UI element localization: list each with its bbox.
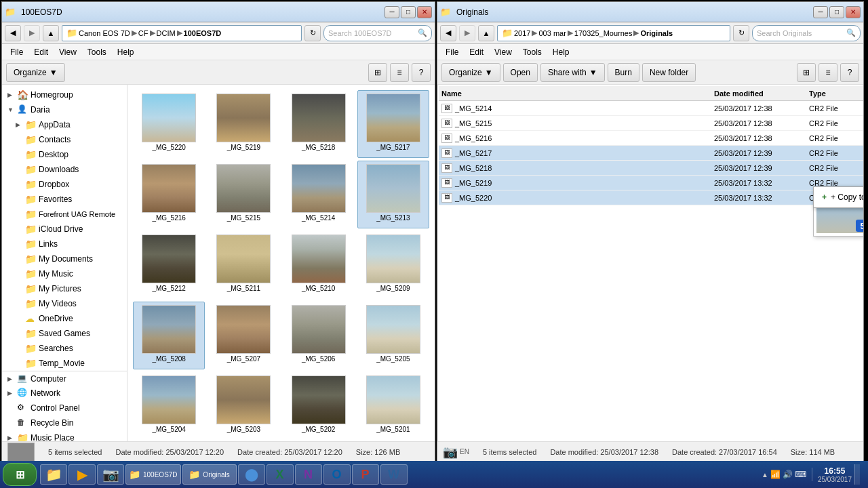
list-row[interactable]: 🖼 _MG_5214 25/03/2017 12:38 CR2 File <box>439 101 863 116</box>
taskbar-excel-btn[interactable]: X <box>267 464 294 485</box>
file-item[interactable]: _MG_5210 <box>283 231 355 299</box>
help-button[interactable]: ? <box>412 63 431 82</box>
start-button[interactable]: ⊞ <box>3 463 37 486</box>
nav-mypictures[interactable]: 📁 My Pictures <box>2 281 127 296</box>
nav-daria[interactable]: ▼ 👤 Daria <box>2 102 127 117</box>
refresh-button[interactable]: ↻ <box>304 25 321 41</box>
right-forward-button[interactable]: ▶ <box>459 25 475 41</box>
nav-desktop[interactable]: 📁 Desktop <box>2 147 127 162</box>
left-address-field[interactable]: 📁 Canon EOS 7D ▶ CF ▶ DCIM ▶ 100EOS7D <box>62 25 302 41</box>
file-item[interactable]: _MG_5215 <box>208 161 279 228</box>
right-help-button[interactable]: ? <box>840 63 859 82</box>
file-item[interactable]: _MG_5214 <box>283 161 355 228</box>
taskbar-chrome-btn[interactable]: ⬤ <box>238 464 265 485</box>
right-menu-tools[interactable]: Tools <box>517 46 547 58</box>
nav-controlpanel[interactable]: ⚙ Control Panel <box>2 401 127 415</box>
nav-dropbox[interactable]: 📁 Dropbox <box>2 177 127 192</box>
maximize-button[interactable]: □ <box>401 6 416 18</box>
back-button[interactable]: ◀ <box>5 25 21 41</box>
file-item[interactable]: _MG_5213 <box>357 161 429 228</box>
right-view-toggle-button[interactable]: ≡ <box>818 63 837 82</box>
open-button[interactable]: Open <box>503 63 538 82</box>
up-button[interactable]: ▲ <box>43 25 59 41</box>
right-maximize-button[interactable]: □ <box>829 6 844 18</box>
taskbar-explorer-left-btn[interactable]: 📁 100EOS7D <box>125 464 181 485</box>
list-row[interactable]: 🖼 _MG_5215 25/03/2017 12:38 CR2 File <box>439 116 863 131</box>
right-close-button[interactable]: ✕ <box>846 6 861 18</box>
file-item[interactable]: _MG_5204 <box>133 372 205 440</box>
file-item[interactable]: _MG_5216 <box>133 161 205 228</box>
file-item[interactable]: _MG_5203 <box>208 372 279 440</box>
taskbar-explorer-btn[interactable]: 📁 <box>40 464 67 485</box>
col-date-header[interactable]: Date modified <box>714 89 809 98</box>
right-search-box[interactable]: Search Originals 🔍 <box>752 25 861 41</box>
file-item[interactable]: _MG_5206 <box>283 302 355 369</box>
nav-computer[interactable]: ▶ 💻 Computer <box>2 371 127 386</box>
file-item[interactable]: _MG_5212 <box>133 231 205 299</box>
file-item[interactable]: _MG_5205 <box>357 302 429 369</box>
nav-network[interactable]: ▶ 🌐 Network <box>2 386 127 401</box>
nav-mymusic[interactable]: 📁 My Music <box>2 266 127 281</box>
right-minimize-button[interactable]: ─ <box>813 6 828 18</box>
file-item[interactable]: _MG_5207 <box>208 302 279 369</box>
list-row[interactable]: 🖼 _MG_5219 25/03/2017 13:32 CR2 File <box>439 176 863 190</box>
taskbar-camera-btn[interactable]: 📷 <box>97 464 124 485</box>
file-item[interactable]: _MG_5201 <box>357 372 429 440</box>
new-folder-button[interactable]: New folder <box>642 63 696 82</box>
right-menu-help[interactable]: Help <box>547 46 575 58</box>
taskbar-onenote-btn[interactable]: N <box>295 464 322 485</box>
file-item[interactable]: _MG_5211 <box>208 231 279 299</box>
burn-button[interactable]: Burn <box>608 63 639 82</box>
nav-forefront[interactable]: 📁 Forefront UAG Remote <box>2 207 127 222</box>
menu-file[interactable]: File <box>5 46 28 58</box>
nav-favorites[interactable]: 📁 Favorites <box>2 192 127 207</box>
file-item[interactable]: _MG_5209 <box>357 231 429 299</box>
right-menu-file[interactable]: File <box>440 46 464 58</box>
taskbar-powerpoint-btn[interactable]: P <box>352 464 379 485</box>
file-item[interactable]: _MG_5202 <box>283 372 355 440</box>
minimize-button[interactable]: ─ <box>384 6 399 18</box>
copy-to-originals-menu-item[interactable]: + + Copy to Originals <box>814 190 863 205</box>
taskbar-explorer-right-btn[interactable]: 📁 Originals <box>182 464 237 485</box>
organize-button[interactable]: Organize ▼ <box>6 63 65 82</box>
system-clock[interactable]: 16:55 25/03/2017 <box>818 466 852 483</box>
menu-edit[interactable]: Edit <box>28 46 54 58</box>
menu-help[interactable]: Help <box>112 46 140 58</box>
menu-tools[interactable]: Tools <box>82 46 112 58</box>
nav-downloads[interactable]: 📁 Downloads <box>2 162 127 177</box>
show-desktop-button[interactable] <box>854 464 860 485</box>
right-organize-button[interactable]: Organize ▼ <box>441 63 500 82</box>
nav-appdata[interactable]: ▶ 📁 AppData <box>2 117 127 132</box>
forward-button[interactable]: ▶ <box>24 25 40 41</box>
up-arrow-icon[interactable]: ▲ <box>762 471 768 479</box>
col-name-header[interactable]: Name <box>441 89 714 98</box>
right-view-options-button[interactable]: ⊞ <box>797 63 816 82</box>
right-up-button[interactable]: ▲ <box>478 25 494 41</box>
nav-icloud[interactable]: 📁 iCloud Drive <box>2 222 127 237</box>
file-item[interactable]: _MG_5218 <box>283 90 355 158</box>
view-options-button[interactable]: ⊞ <box>368 63 387 82</box>
nav-musicplace[interactable]: ▶ 📁 Music Place <box>2 430 127 441</box>
list-row[interactable]: 🖼 _MG_5216 25/03/2017 12:38 CR2 File <box>439 131 863 146</box>
tray-icon-2[interactable]: 🔊 <box>783 470 793 479</box>
file-item[interactable]: _MG_5217 <box>357 90 429 158</box>
share-with-button[interactable]: Share with ▼ <box>540 63 605 82</box>
tray-icon-1[interactable]: 📶 <box>770 470 781 479</box>
nav-recyclebin[interactable]: 🗑 Recycle Bin <box>2 415 127 430</box>
right-menu-edit[interactable]: Edit <box>464 46 489 58</box>
list-row[interactable]: 🖼 _MG_5220 25/03/2017 13:32 CR2 File <box>439 190 863 205</box>
right-back-button[interactable]: ◀ <box>440 25 456 41</box>
nav-links[interactable]: 📁 Links <box>2 237 127 251</box>
taskbar-outlook-btn[interactable]: O <box>323 464 351 485</box>
left-search-box[interactable]: Search 100EOS7D 🔍 <box>323 25 432 41</box>
nav-tempmovie[interactable]: 📁 Temp_Movie <box>2 356 127 371</box>
right-refresh-button[interactable]: ↻ <box>733 25 749 41</box>
nav-savedgames[interactable]: 📁 Saved Games <box>2 326 127 341</box>
close-button[interactable]: ✕ <box>417 6 432 18</box>
file-item[interactable]: _MG_5208 <box>133 302 205 369</box>
right-menu-view[interactable]: View <box>489 46 517 58</box>
col-type-header[interactable]: Type <box>809 89 863 98</box>
right-address-field[interactable]: 📁2017 ▶ 003 mar ▶ 170325_Mournes ▶ Origi… <box>497 25 730 41</box>
list-row[interactable]: 🖼 _MG_5218 25/03/2017 12:39 CR2 File <box>439 161 863 176</box>
nav-mydocuments[interactable]: 📁 My Documents <box>2 251 127 266</box>
